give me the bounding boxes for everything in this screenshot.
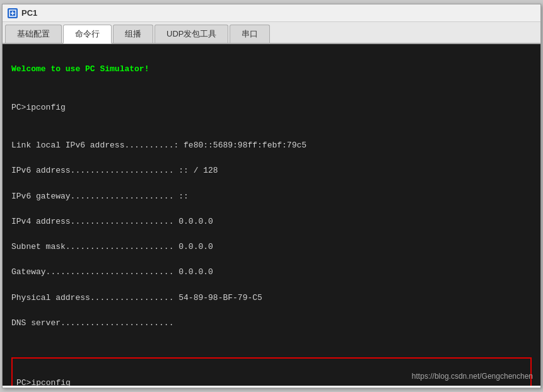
main-window: PC1 基础配置 命令行 组播 UDP发包工具 串口 Welcome to us… (2, 4, 541, 388)
tab-basic-config[interactable]: 基础配置 (5, 25, 62, 43)
title-bar: PC1 (3, 4, 540, 22)
terminal-area[interactable]: Welcome to use PC Simulator! PC>ipconfig… (3, 44, 540, 386)
block1-line7: DNS server....................... (11, 318, 173, 328)
block1-line6: Physical address................. 54-89-… (11, 293, 262, 303)
url-label: https://blog.csdn.net/Gengchenchen (412, 372, 533, 381)
block1-line5: Gateway.......................... 0.0.0.… (11, 267, 213, 277)
first-prompt: PC>ipconfig (11, 103, 66, 112)
window-title: PC1 (21, 8, 37, 18)
block1-line4: Subnet mask...................... 0.0.0.… (11, 242, 213, 251)
tab-multicast[interactable]: 组播 (113, 25, 153, 43)
second-prompt: PC>ipconfig (16, 378, 71, 386)
tab-command-line[interactable]: 命令行 (63, 25, 112, 43)
block1-line2: IPv6 gateway..................... :: (11, 192, 189, 201)
tab-udp-tool[interactable]: UDP发包工具 (155, 25, 228, 43)
window-icon (8, 8, 18, 18)
block1-line3: IPv4 address..................... 0.0.0.… (11, 217, 213, 226)
tab-serial[interactable]: 串口 (230, 25, 270, 43)
block1-line1: IPv6 address..................... :: / 1… (11, 166, 218, 175)
terminal-output: Welcome to use PC Simulator! PC>ipconfig… (11, 50, 532, 355)
welcome-message: Welcome to use PC Simulator! (11, 64, 149, 74)
block1-line0: Link local IPv6 address..........: fe80:… (11, 141, 307, 150)
tab-bar: 基础配置 命令行 组播 UDP发包工具 串口 (3, 22, 540, 44)
